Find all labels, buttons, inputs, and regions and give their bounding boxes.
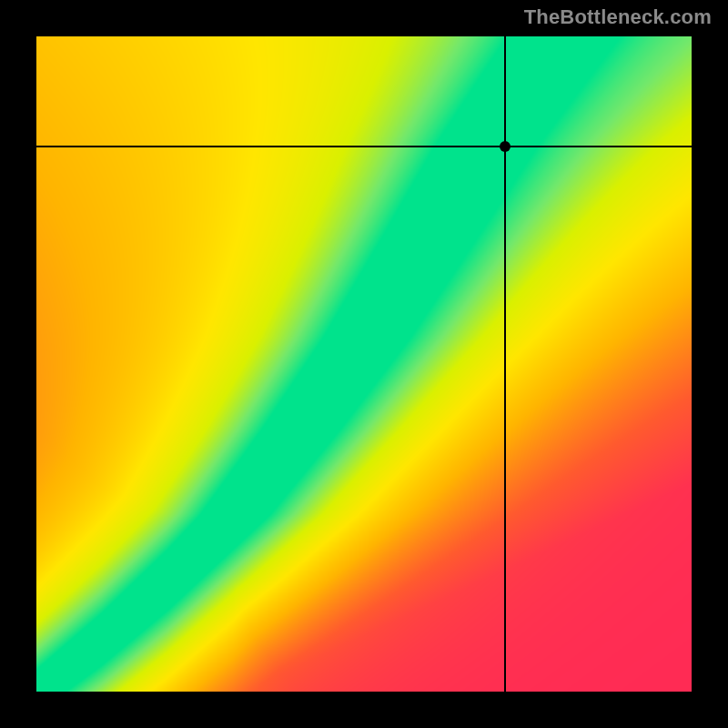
heatmap-canvas bbox=[36, 36, 692, 692]
crosshair-vertical bbox=[504, 36, 506, 692]
crosshair-marker bbox=[500, 141, 511, 152]
attribution-text: TheBottleneck.com bbox=[524, 5, 712, 29]
heatmap-plot bbox=[36, 36, 692, 692]
crosshair-horizontal bbox=[36, 146, 692, 147]
